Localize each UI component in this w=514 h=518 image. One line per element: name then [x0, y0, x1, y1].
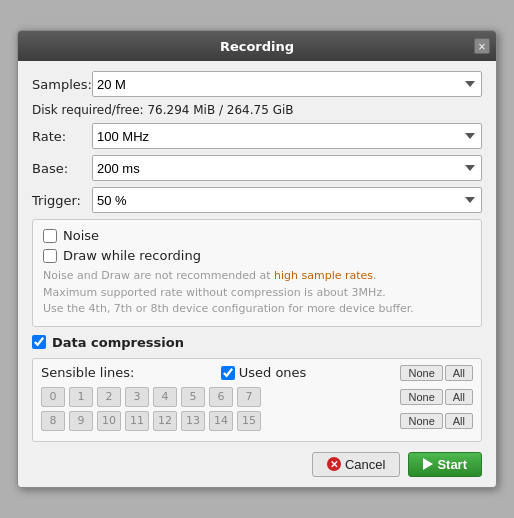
draw-checkbox[interactable]	[43, 249, 57, 263]
rate-select[interactable]: 100 MHz	[92, 123, 482, 149]
start-label: Start	[437, 457, 467, 472]
line-3[interactable]: 3	[125, 387, 149, 407]
noise-label[interactable]: Noise	[63, 228, 99, 243]
sensible-lines-label: Sensible lines:	[41, 365, 221, 380]
lines-row-1: 0 1 2 3 4 5 6 7 None All	[41, 387, 473, 407]
compression-label[interactable]: Data compression	[52, 335, 184, 350]
line-10[interactable]: 10	[97, 411, 121, 431]
used-ones-checkbox[interactable]	[221, 366, 235, 380]
close-icon: ×	[478, 41, 486, 52]
disk-info: Disk required/free: 76.294 MiB / 264.75 …	[32, 103, 482, 117]
cancel-icon: ✕	[327, 457, 341, 471]
base-select[interactable]: 200 ms	[92, 155, 482, 181]
draw-label[interactable]: Draw while recording	[63, 248, 201, 263]
line-13[interactable]: 13	[181, 411, 205, 431]
title-bar: Recording ×	[18, 31, 496, 61]
line-11[interactable]: 11	[125, 411, 149, 431]
samples-select[interactable]: 20 M	[92, 71, 482, 97]
notice-line1: Noise and Draw are not recommended at hi…	[43, 269, 377, 282]
line-9[interactable]: 9	[69, 411, 93, 431]
line-6[interactable]: 6	[209, 387, 233, 407]
options-section: Noise Draw while recording Noise and Dra…	[32, 219, 482, 327]
lines-section: Sensible lines: Used ones None All 0 1 2…	[32, 358, 482, 442]
base-row: Base: 200 ms	[32, 155, 482, 181]
rate-row: Rate: 100 MHz	[32, 123, 482, 149]
start-button[interactable]: Start	[408, 452, 482, 477]
line-7[interactable]: 7	[237, 387, 261, 407]
noise-checkbox[interactable]	[43, 229, 57, 243]
row2-none-button[interactable]: None	[400, 413, 442, 429]
top-all-button[interactable]: All	[445, 365, 473, 381]
dialog-content: Samples: 20 M Disk required/free: 76.294…	[18, 61, 496, 487]
trigger-label: Trigger:	[32, 193, 92, 208]
top-none-button[interactable]: None	[400, 365, 442, 381]
noise-row: Noise	[43, 228, 471, 243]
cancel-button[interactable]: ✕ Cancel	[312, 452, 400, 477]
notice-highlight: high sample rates	[274, 269, 373, 282]
row2-all-button[interactable]: All	[445, 413, 473, 429]
top-none-all-buttons: None All	[400, 365, 473, 381]
notice-text: Noise and Draw are not recommended at hi…	[43, 268, 471, 318]
line-14[interactable]: 14	[209, 411, 233, 431]
samples-row: Samples: 20 M	[32, 71, 482, 97]
row1-all-button[interactable]: All	[445, 389, 473, 405]
row2-none-all-buttons: None All	[400, 413, 473, 429]
row1-none-button[interactable]: None	[400, 389, 442, 405]
footer-buttons: ✕ Cancel Start	[32, 452, 482, 477]
dialog-title: Recording	[220, 39, 294, 54]
lines-row-2: 8 9 10 11 12 13 14 15 None All	[41, 411, 473, 431]
line-0[interactable]: 0	[41, 387, 65, 407]
close-button[interactable]: ×	[474, 38, 490, 54]
base-label: Base:	[32, 161, 92, 176]
rate-label: Rate:	[32, 129, 92, 144]
lines-numbers-2: 8 9 10 11 12 13 14 15	[41, 411, 394, 431]
trigger-select[interactable]: 50 %	[92, 187, 482, 213]
compression-row: Data compression	[32, 335, 482, 350]
used-ones-row: Used ones	[221, 365, 401, 380]
lines-header: Sensible lines: Used ones None All	[41, 365, 473, 381]
line-5[interactable]: 5	[181, 387, 205, 407]
start-icon	[423, 458, 433, 470]
line-12[interactable]: 12	[153, 411, 177, 431]
line-4[interactable]: 4	[153, 387, 177, 407]
line-2[interactable]: 2	[97, 387, 121, 407]
lines-numbers-1: 0 1 2 3 4 5 6 7	[41, 387, 394, 407]
line-8[interactable]: 8	[41, 411, 65, 431]
trigger-row: Trigger: 50 %	[32, 187, 482, 213]
compression-checkbox[interactable]	[32, 335, 46, 349]
notice-line3: Use the 4th, 7th or 8th device configura…	[43, 302, 414, 315]
row1-none-all-buttons: None All	[400, 389, 473, 405]
used-ones-label[interactable]: Used ones	[239, 365, 401, 380]
draw-row: Draw while recording	[43, 248, 471, 263]
line-15[interactable]: 15	[237, 411, 261, 431]
samples-label: Samples:	[32, 77, 92, 92]
cancel-label: Cancel	[345, 457, 385, 472]
recording-dialog: Recording × Samples: 20 M Disk required/…	[17, 30, 497, 488]
line-1[interactable]: 1	[69, 387, 93, 407]
notice-line2: Maximum supported rate without compressi…	[43, 286, 386, 299]
